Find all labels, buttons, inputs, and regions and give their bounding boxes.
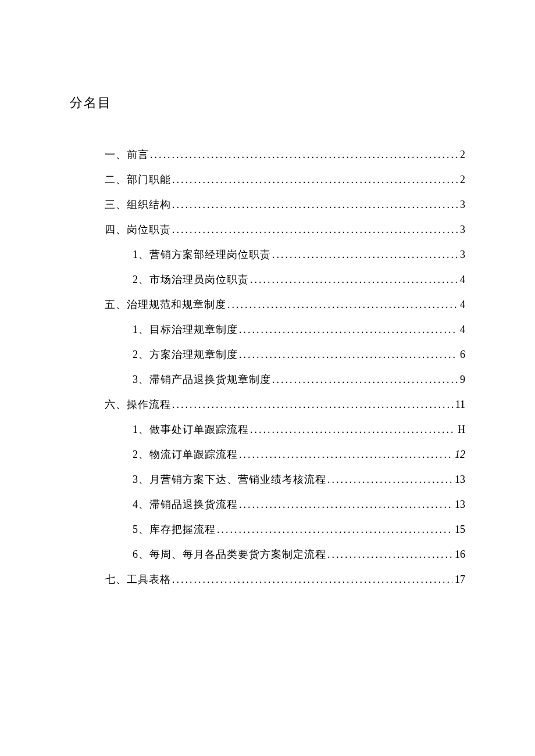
- toc-dots: [217, 522, 452, 538]
- toc-label: 3、月营销方案下达、营销业绩考核流程: [133, 472, 326, 488]
- toc-page: 3: [459, 222, 465, 238]
- toc-page: 13: [454, 472, 465, 488]
- toc-dots: [150, 147, 458, 163]
- toc-label: 1、目标治理规章制度: [133, 322, 238, 338]
- toc-page: 17: [454, 572, 465, 587]
- toc-entry: 一、前言 2: [105, 147, 465, 163]
- toc-entry: 1、目标治理规章制度 4: [105, 322, 465, 338]
- toc-entry: 4、滞销品退换货流程 13: [105, 497, 465, 513]
- toc-page: 3: [459, 197, 465, 213]
- toc-label: 2、市场治理员岗位职责: [133, 272, 249, 288]
- toc-label: 三、组织结构: [105, 197, 171, 213]
- toc-dots: [327, 472, 452, 488]
- toc-dots: [239, 347, 458, 363]
- toc-page: 2: [459, 172, 465, 188]
- toc-page: 12: [454, 447, 465, 463]
- toc-label: 6、每周、每月各品类要货方案制定流程: [133, 547, 326, 562]
- toc-label: 五、治理规范和规章制度: [105, 297, 226, 313]
- toc-page: 4: [459, 322, 465, 338]
- toc-page: 13: [454, 497, 465, 513]
- toc-title: 分名目: [70, 93, 465, 112]
- toc-page: 4: [459, 272, 465, 288]
- toc-entry: 1、营销方案部经理岗位职责 3: [105, 247, 465, 263]
- toc-entry: 1、做事处订单跟踪流程 H: [105, 422, 465, 438]
- toc-entry: 3、滞销产品退换货规章制度 9: [105, 372, 465, 388]
- toc-page: 11: [454, 397, 465, 413]
- toc-page: 3: [459, 247, 465, 263]
- toc-entry: 五、治理规范和规章制度 4: [105, 297, 465, 313]
- toc-page: 16: [454, 547, 465, 562]
- toc-dots: [272, 372, 458, 388]
- toc-container: 一、前言 2 二、部门职能 2 三、组织结构 3 四、岗位职责 3 1、营销方案…: [70, 147, 465, 587]
- toc-dots: [172, 572, 452, 587]
- toc-label: 一、前言: [105, 147, 149, 163]
- toc-label: 1、营销方案部经理岗位职责: [133, 247, 271, 263]
- toc-page: 2: [459, 147, 465, 163]
- toc-page: 6: [459, 347, 465, 363]
- toc-page: H: [456, 422, 465, 438]
- toc-entry: 2、物流订单跟踪流程 12: [105, 447, 465, 463]
- toc-entry: 2、市场治理员岗位职责 4: [105, 272, 465, 288]
- toc-dots: [172, 197, 458, 213]
- toc-label: 七、工具表格: [105, 572, 171, 587]
- toc-dots: [327, 547, 452, 562]
- toc-dots: [172, 172, 458, 188]
- toc-dots: [239, 497, 452, 513]
- toc-dots: [227, 297, 458, 313]
- toc-label: 六、操作流程: [105, 397, 171, 413]
- toc-entry: 6、每周、每月各品类要货方案制定流程 16: [105, 547, 465, 562]
- toc-label: 2、方案治理规章制度: [133, 347, 238, 363]
- toc-page: 15: [454, 522, 465, 538]
- toc-entry: 5、库存把握流程 15: [105, 522, 465, 538]
- toc-dots: [239, 322, 458, 338]
- toc-dots: [172, 222, 458, 238]
- toc-page: 9: [459, 372, 465, 388]
- toc-dots: [250, 422, 455, 438]
- toc-entry: 2、方案治理规章制度 6: [105, 347, 465, 363]
- toc-label: 1、做事处订单跟踪流程: [133, 422, 249, 438]
- toc-label: 四、岗位职责: [105, 222, 171, 238]
- toc-label: 二、部门职能: [105, 172, 171, 188]
- toc-dots: [239, 447, 452, 463]
- toc-page: 4: [459, 297, 465, 313]
- toc-entry: 二、部门职能 2: [105, 172, 465, 188]
- toc-entry: 六、操作流程 11: [105, 397, 465, 413]
- toc-label: 5、库存把握流程: [133, 522, 216, 538]
- toc-dots: [172, 397, 453, 413]
- toc-dots: [250, 272, 458, 288]
- toc-entry: 3、月营销方案下达、营销业绩考核流程 13: [105, 472, 465, 488]
- toc-entry: 四、岗位职责 3: [105, 222, 465, 238]
- toc-label: 4、滞销品退换货流程: [133, 497, 238, 513]
- toc-entry: 三、组织结构 3: [105, 197, 465, 213]
- toc-label: 2、物流订单跟踪流程: [133, 447, 238, 463]
- toc-label: 3、滞销产品退换货规章制度: [133, 372, 271, 388]
- toc-dots: [272, 247, 458, 263]
- toc-entry: 七、工具表格 17: [105, 572, 465, 587]
